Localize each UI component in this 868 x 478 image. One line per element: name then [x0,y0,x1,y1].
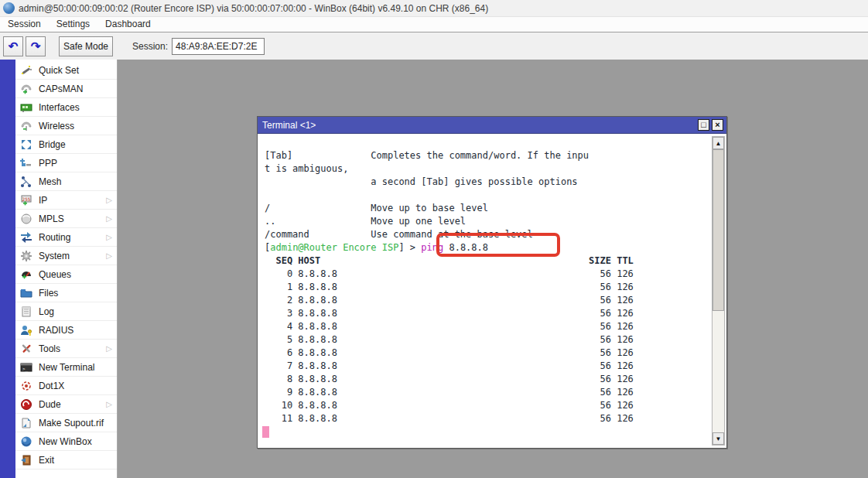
ping-table-row: 11 8.8.8.8 56 126 [265,412,634,425]
sidebar-item-label: CAPsMAN [39,84,83,94]
session-field[interactable]: 48:A9:8A:EE:D7:2E [172,38,265,55]
menubar: Session Settings Dashboard [0,17,868,32]
scrollbar-thumb[interactable] [713,149,724,311]
scroll-up-icon[interactable]: ▲ [713,137,724,149]
sidebar-item-system[interactable]: System▷ [15,247,117,265]
exit-door-icon [20,454,32,466]
menu-settings[interactable]: Settings [49,17,97,32]
submenu-arrow-icon: ▷ [106,400,112,408]
sidebar-item-label: Log [39,306,54,317]
sidebar-item-label: RADIUS [39,325,73,336]
sidebar-item-label: Interfaces [39,102,80,113]
terminal-scrollbar[interactable]: ▲ ▼ [712,136,725,446]
sidebar-item-new-winbox[interactable]: New WinBox [15,432,117,451]
close-icon: × [715,121,719,129]
ping-table-row: 9 8.8.8.8 56 126 [265,386,634,399]
ping-table-row: 8 8.8.8.8 56 126 [265,373,634,386]
system-gear-icon [20,250,32,262]
submenu-arrow-icon: ▷ [106,233,112,241]
quickset-wand-icon [20,64,32,77]
sidebar-item-label: PPP [39,158,57,169]
winbox-logo-icon [3,2,15,14]
ip-255-icon: 255 [20,194,32,207]
mesh-nodes-icon [20,176,32,188]
capsman-antenna-icon [20,83,32,95]
session-label: Session: [132,41,168,52]
sidebar-item-make-supout-rif[interactable]: Make Supout.rif [15,414,117,432]
ping-table-header: SEQ HOST SIZE TTL [265,254,634,268]
sidebar-item-bridge[interactable]: Bridge [15,135,117,154]
safe-mode-button[interactable]: Safe Mode [59,36,113,56]
scrollbar-track[interactable] [713,149,724,432]
sidebar-item-wireless[interactable]: Wireless [15,117,117,135]
sidebar-item-label: Dot1X [39,381,64,391]
submenu-arrow-icon: ▷ [106,344,112,353]
sidebar-item-exit[interactable]: Exit [15,451,117,469]
svg-text:255: 255 [22,196,31,201]
sidebar-item-log[interactable]: Log [15,302,117,321]
log-document-icon [20,306,32,318]
terminal-prompt-line: [admin@Router Encore ISP] > ping 8.8.8.8 [265,241,634,254]
session-value: 48:A9:8A:EE:D7:2E [176,41,257,52]
undo-button[interactable]: ↶ [3,36,23,56]
ping-table-row: 5 8.8.8.8 56 126 [265,333,634,347]
sidebar-item-mpls[interactable]: MPLS▷ [15,210,117,228]
terminal-line: t is ambiguous, [265,162,634,176]
files-folder-icon [20,287,32,299]
sidebar-item-label: Exit [39,455,54,466]
sidebar-item-routing[interactable]: Routing▷ [15,228,117,247]
sidebar-item-interfaces[interactable]: Interfaces [15,98,117,117]
sidebar-item-dot1x[interactable]: Dot1X [15,377,117,395]
maximize-icon: □ [701,121,706,129]
sidebar-item-label: Make Supout.rif [39,418,104,428]
sidebar-item-label: Wireless [39,121,74,131]
sidebar-item-capsman[interactable]: CAPsMAN [15,80,117,98]
ppp-plug-icon [20,157,32,169]
ping-table-row: 10 8.8.8.8 56 126 [265,399,634,412]
winbox-sphere-icon [20,435,32,448]
sidebar-item-files[interactable]: Files [15,284,117,302]
supout-file-icon [20,417,32,429]
ping-table-row: 6 8.8.8.8 56 126 [265,347,634,360]
close-button[interactable]: × [712,119,723,131]
sidebar-item-label: Dude [39,399,61,410]
menu-session[interactable]: Session [0,17,49,32]
scroll-down-icon[interactable]: ▼ [713,432,724,445]
terminal-line: /command Use command at the base level [265,228,634,241]
terminal-text: [Tab] Completes the command/word. If the… [265,149,634,439]
mpls-sphere-icon [20,213,32,225]
toolbar: ↶ ↷ Safe Mode Session: 48:A9:8A:EE:D7:2E [0,32,868,60]
maximize-button[interactable]: □ [698,119,709,131]
terminal-titlebar[interactable]: Terminal <1> □ × [258,117,726,134]
sidebar-item-new-terminal[interactable]: >_New Terminal [15,358,117,377]
wireless-antenna-icon [20,120,32,132]
sidebar-item-ppp[interactable]: PPP [15,154,117,172]
redo-button[interactable]: ↷ [26,36,46,56]
sidebar-item-queues[interactable]: Queues [15,265,117,284]
routing-arrows-icon [20,231,32,244]
terminal-cursor-line [265,425,634,439]
sidebar-item-radius[interactable]: RADIUS [15,321,117,340]
sidebar-item-ip[interactable]: 255IP▷ [15,191,117,210]
sidebar-item-label: Mesh [39,176,61,187]
dot1x-icon [20,380,32,392]
tools-wrench-icon [20,343,32,355]
sidebar-item-tools[interactable]: Tools▷ [15,340,117,358]
radius-user-key-icon [20,324,32,336]
redo-icon: ↷ [31,39,41,53]
sidebar-item-label: Queues [39,269,71,280]
sidebar-nav: Quick SetCAPsMANInterfacesWirelessBridge… [15,60,117,469]
sidebar-item-mesh[interactable]: Mesh [15,172,117,191]
sidebar-item-dude[interactable]: Dude▷ [15,395,117,414]
menu-dashboard[interactable]: Dashboard [97,17,159,32]
terminal-cursor [262,426,269,438]
terminal-line: a second [Tab] gives possible options [265,176,634,189]
terminal-icon: >_ [20,361,32,374]
window-titlebar: admin@50:00:00:09:00:02 (Router Encore I… [0,0,868,17]
window-title: admin@50:00:00:09:00:02 (Router Encore I… [19,3,488,14]
bridge-arrows-icon [20,138,32,151]
sidebar-item-quick-set[interactable]: Quick Set [15,61,117,80]
sidebar-item-label: Bridge [39,139,66,150]
terminal-body[interactable]: [Tab] Completes the command/word. If the… [258,134,726,448]
submenu-arrow-icon: ▷ [106,196,112,204]
